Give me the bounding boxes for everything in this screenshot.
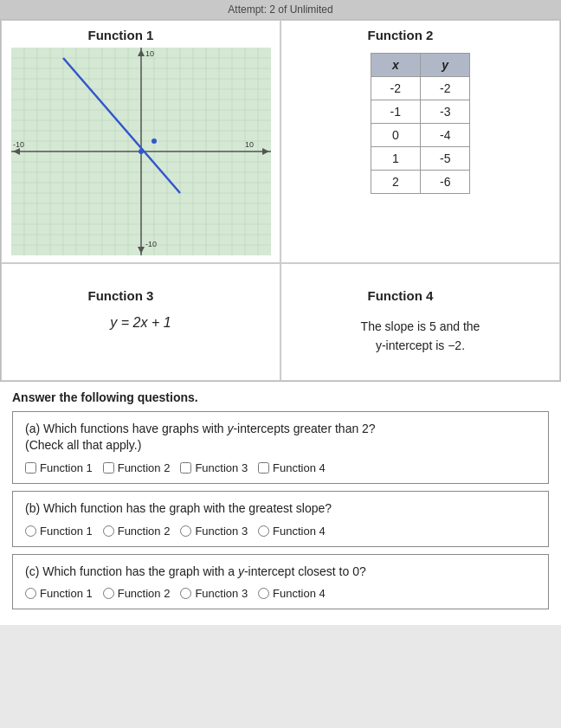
- option-b-func4[interactable]: Function 4: [258, 525, 326, 538]
- question-c-box: (c) Which function has the graph with a …: [12, 554, 549, 610]
- label-a-func2: Function 2: [118, 461, 171, 474]
- col-y: y: [421, 54, 470, 77]
- function2-title: Function 2: [368, 28, 434, 42]
- question-a-options: Function 1 Function 2 Function 3 Functio…: [25, 461, 536, 474]
- radio-b-func1[interactable]: [25, 525, 36, 537]
- option-c-func3[interactable]: Function 3: [180, 587, 248, 600]
- question-c-text: (c) Which function has the graph with a …: [25, 564, 536, 581]
- table-cell: -1: [371, 100, 420, 124]
- table-row: 2-6: [371, 171, 470, 194]
- label-b-func2: Function 2: [118, 525, 171, 538]
- function1-cell: Function 1: [1, 20, 280, 263]
- question-b-box: (b) Which function has the graph with th…: [12, 491, 549, 547]
- table-row: 1-5: [371, 147, 470, 171]
- table-row: -2-2: [371, 77, 470, 100]
- table-cell: -6: [421, 171, 470, 194]
- option-c-func1[interactable]: Function 1: [25, 587, 93, 600]
- function3-equation: y = 2x + 1: [110, 315, 171, 331]
- option-a-func3[interactable]: Function 3: [180, 461, 248, 474]
- label-c-func2: Function 2: [118, 587, 171, 600]
- option-b-func3[interactable]: Function 3: [180, 525, 248, 538]
- question-a-box: (a) Which functions have graphs with y-i…: [12, 411, 549, 484]
- svg-point-50: [139, 149, 144, 154]
- label-a-func3: Function 3: [195, 461, 248, 474]
- function4-title: Function 4: [368, 288, 434, 303]
- answer-section: Answer the following questions. (a) Whic…: [0, 382, 561, 625]
- function2-cell: Function 2 x y -2-2-1-30-41-52-6: [280, 20, 560, 263]
- label-c-func1: Function 1: [40, 587, 93, 600]
- option-a-func2[interactable]: Function 2: [103, 461, 171, 474]
- option-a-func1[interactable]: Function 1: [25, 461, 93, 474]
- function4-cell: Function 4 The slope is 5 and the y-inte…: [280, 263, 560, 381]
- svg-text:-10: -10: [145, 240, 157, 248]
- checkbox-a-func2[interactable]: [103, 462, 114, 474]
- question-b-text: (b) Which function has the graph with th…: [25, 500, 536, 518]
- table-cell: -3: [421, 100, 470, 124]
- function4-desc2: y-intercept is −2.: [376, 338, 465, 352]
- label-a-func1: Function 1: [40, 461, 93, 474]
- table-cell: -2: [421, 77, 470, 100]
- label-c-func3: Function 3: [195, 587, 248, 600]
- radio-c-func3[interactable]: [180, 588, 191, 599]
- col-x: x: [371, 54, 420, 77]
- answer-section-label: Answer the following questions.: [12, 390, 549, 404]
- question-c-options: Function 1 Function 2 Function 3 Functio…: [25, 587, 536, 600]
- table-cell: 1: [371, 147, 420, 171]
- radio-c-func4[interactable]: [258, 588, 269, 599]
- label-b-func1: Function 1: [40, 525, 93, 538]
- option-b-func1[interactable]: Function 1: [25, 525, 93, 538]
- label-a-func4: Function 4: [273, 461, 326, 474]
- top-bar: Attempt: 2 of Unlimited: [0, 0, 561, 19]
- radio-b-func3[interactable]: [180, 525, 191, 537]
- function3-cell: Function 3 y = 2x + 1: [1, 263, 280, 381]
- svg-text:-10: -10: [13, 140, 24, 149]
- table-cell: -2: [371, 77, 420, 100]
- table-cell: 2: [371, 171, 420, 194]
- radio-c-func1[interactable]: [25, 588, 36, 599]
- label-c-func4: Function 4: [273, 587, 326, 600]
- svg-point-51: [152, 139, 157, 144]
- function3-title: Function 3: [88, 288, 154, 303]
- svg-text:10: 10: [245, 140, 254, 149]
- table-row: -1-3: [371, 100, 470, 124]
- option-a-func4[interactable]: Function 4: [258, 461, 326, 474]
- label-b-func4: Function 4: [273, 525, 326, 538]
- checkbox-a-func4[interactable]: [258, 462, 269, 474]
- table-cell: -4: [421, 124, 470, 147]
- radio-b-func4[interactable]: [258, 525, 269, 537]
- svg-text:10: 10: [145, 49, 154, 58]
- table-cell: 0: [371, 124, 420, 147]
- question-b-options: Function 1 Function 2 Function 3 Functio…: [25, 525, 536, 538]
- checkbox-a-func1[interactable]: [25, 462, 36, 474]
- function1-title: Function 1: [88, 28, 154, 42]
- radio-c-func2[interactable]: [103, 588, 114, 599]
- table-cell: -5: [421, 147, 470, 171]
- function1-graph: 10 -10 10 -10: [11, 48, 271, 255]
- question-a-text: (a) Which functions have graphs with y-i…: [25, 421, 536, 454]
- radio-b-func2[interactable]: [103, 525, 114, 537]
- option-c-func2[interactable]: Function 2: [103, 587, 171, 600]
- table-row: 0-4: [371, 124, 470, 147]
- option-b-func2[interactable]: Function 2: [103, 525, 171, 538]
- function2-table: x y -2-2-1-30-41-52-6: [371, 53, 471, 194]
- label-b-func3: Function 3: [195, 525, 248, 538]
- checkbox-a-func3[interactable]: [180, 462, 191, 474]
- option-c-func4[interactable]: Function 4: [258, 587, 326, 600]
- function4-desc1: The slope is 5 and the: [361, 319, 480, 333]
